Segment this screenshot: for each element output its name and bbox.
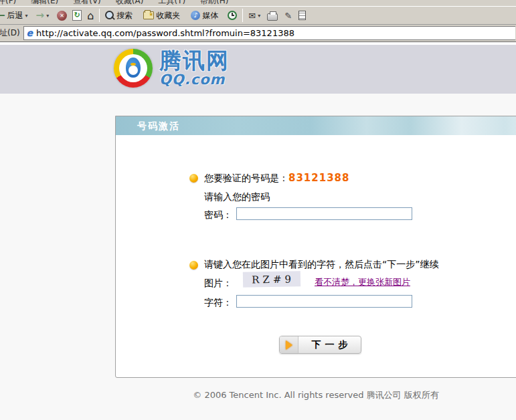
copyright-text: © 2006 Tencent Inc. All rights reserved … — [115, 389, 516, 401]
captcha-image: RZ#9 — [243, 271, 300, 287]
verify-number-text: 您要验证的号码是：83121388 — [204, 172, 350, 185]
next-button[interactable]: 下一步 — [279, 336, 361, 354]
ie-page-icon: e — [27, 27, 33, 38]
site-domain: QQ.com — [159, 73, 230, 87]
penguin-icon — [126, 58, 141, 78]
forward-button[interactable]: → ▾ — [35, 7, 51, 23]
address-input[interactable] — [36, 27, 513, 39]
menu-file[interactable]: 文件(F) — [0, 0, 16, 7]
edit-button[interactable]: ✎ — [283, 7, 293, 23]
bullet-icon — [189, 261, 198, 270]
address-bar: 地址(D) e — [0, 25, 516, 41]
media-icon: ♪ — [191, 11, 200, 20]
forward-dropdown-icon[interactable]: ▾ — [46, 13, 49, 19]
password-input[interactable] — [236, 207, 412, 220]
verify-number-prefix: 您要验证的号码是： — [204, 173, 288, 183]
toolbar: ← 后退 ▾ → ▾ ✕ ↻ ⌂ 搜索 — [0, 7, 516, 25]
discuss-icon — [298, 11, 306, 20]
browser-chrome: 文件(F) 编辑(E) 查看(V) 收藏(A) 工具(T) 帮助(H) ← 后退… — [0, 0, 516, 42]
site-name: 腾讯网 — [159, 49, 230, 72]
next-button-label: 下一步 — [298, 336, 361, 353]
password-label: 密码： — [204, 209, 232, 221]
search-button[interactable]: 搜索 — [104, 7, 134, 23]
mail-dropdown-icon[interactable]: ▾ — [258, 13, 260, 19]
back-label: 后退 — [7, 10, 23, 21]
toolbar-separator — [242, 9, 243, 22]
edit-icon: ✎ — [284, 11, 292, 21]
page-content: 腾讯网 QQ.com 号码激活 您要验证的号码是：83121388 请输入您的密… — [0, 43, 516, 420]
back-button[interactable]: ← 后退 ▾ — [0, 7, 29, 23]
qq-logo[interactable]: 腾讯网 QQ.com — [114, 49, 230, 88]
captcha-chars-label: 字符： — [204, 297, 232, 309]
browser-window: 文件(F) 编辑(E) 查看(V) 收藏(A) 工具(T) 帮助(H) ← 后退… — [0, 0, 516, 420]
media-button[interactable]: ♪ 媒体 — [189, 7, 220, 23]
menu-view[interactable]: 查看(V) — [73, 0, 101, 7]
mail-icon: ✉ — [248, 11, 256, 21]
refresh-button[interactable]: ↻ — [71, 7, 83, 23]
qq-logo-icon — [114, 49, 153, 88]
menu-tools[interactable]: 工具(T) — [158, 0, 185, 7]
captcha-refresh-link[interactable]: 看不清楚，更换张新图片 — [315, 276, 410, 288]
print-button[interactable] — [266, 7, 279, 23]
back-dropdown-icon[interactable]: ▾ — [25, 13, 28, 19]
favorites-label: 收藏夹 — [156, 10, 180, 21]
mail-button[interactable]: ✉ ▾ — [247, 7, 262, 23]
favorites-button[interactable]: 收藏夹 — [142, 7, 181, 23]
bullet-icon — [189, 174, 198, 183]
address-label: 地址(D) — [0, 27, 23, 39]
forward-icon: → — [36, 11, 45, 21]
discuss-button[interactable] — [297, 7, 307, 23]
site-header: 腾讯网 QQ.com — [0, 45, 516, 94]
history-icon — [228, 11, 237, 20]
home-icon: ⌂ — [87, 9, 94, 22]
verify-number-value: 83121388 — [288, 172, 350, 184]
favorites-icon — [143, 11, 154, 19]
search-icon — [105, 11, 114, 20]
captcha-prompt: 请键入您在此图片中看到的字符，然后点击“下一步”继续 — [204, 259, 439, 271]
menu-bar: 文件(F) 编辑(E) 查看(V) 收藏(A) 工具(T) 帮助(H) — [0, 0, 516, 7]
history-button[interactable] — [226, 7, 238, 23]
toolbar-separator — [99, 9, 100, 22]
next-button-cap — [280, 336, 298, 353]
captcha-image-label: 图片： — [204, 278, 232, 290]
back-icon: ← — [0, 11, 5, 21]
stop-button[interactable]: ✕ — [56, 7, 68, 23]
search-label: 搜索 — [116, 10, 133, 21]
menu-help[interactable]: 帮助(H) — [200, 0, 228, 7]
menu-favorites[interactable]: 收藏(A) — [116, 0, 144, 7]
refresh-icon: ↻ — [72, 10, 82, 21]
activation-panel: 号码激活 您要验证的号码是：83121388 请输入您的密码 密码： 请键入您在… — [115, 116, 516, 378]
password-hint: 请输入您的密码 — [204, 191, 270, 203]
print-icon — [267, 13, 278, 21]
panel-title: 号码激活 — [116, 116, 516, 135]
play-triangle-icon — [286, 340, 292, 350]
menu-edit[interactable]: 编辑(E) — [31, 0, 58, 7]
home-button[interactable]: ⌂ — [86, 7, 95, 23]
address-field: e — [23, 26, 515, 40]
stop-icon: ✕ — [57, 11, 67, 21]
captcha-input[interactable] — [236, 295, 412, 308]
media-label: 媒体 — [202, 10, 218, 21]
